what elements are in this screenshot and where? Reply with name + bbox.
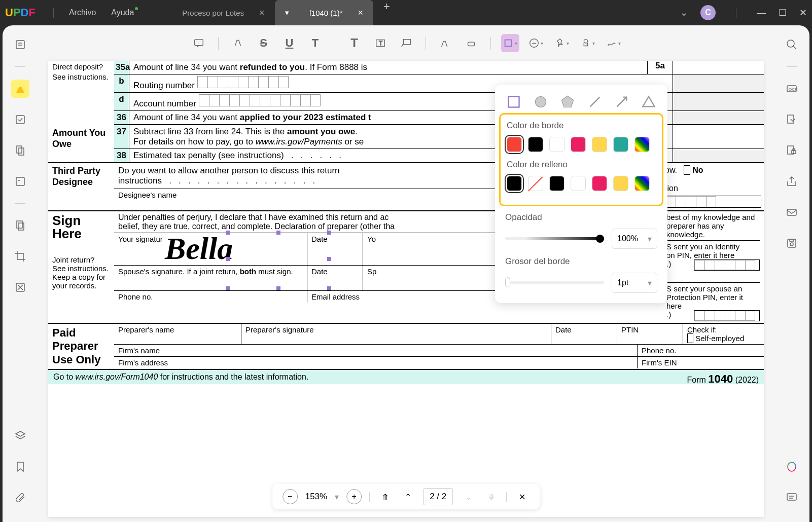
opacity-label: Opacidad <box>505 212 657 222</box>
arrow-shape[interactable] <box>615 95 629 109</box>
crop-icon[interactable] <box>11 247 29 266</box>
pin-icon[interactable]: ▾ <box>553 34 571 52</box>
maximize-button[interactable]: ☐ <box>779 7 787 18</box>
convert-icon[interactable] <box>783 110 801 129</box>
fill-color-label: Color de relleno <box>507 160 656 170</box>
opacity-slider[interactable] <box>505 237 604 240</box>
close-nav-button[interactable]: ✕ <box>514 489 529 504</box>
tab-inactive[interactable]: Proceso por Lotes × <box>172 0 274 25</box>
underline-icon[interactable]: U <box>280 34 299 52</box>
color-swatch[interactable] <box>507 137 522 152</box>
share-icon[interactable] <box>783 172 801 191</box>
menu-ayuda[interactable]: Ayuda <box>111 8 134 17</box>
color-swatch[interactable] <box>613 176 628 191</box>
attach-icon[interactable] <box>11 489 29 507</box>
annotation-toolbar: S U T T T ▾ ▾ ▾ ▾ ▾ <box>104 30 708 56</box>
svg-rect-3 <box>16 116 24 124</box>
svg-rect-15 <box>468 42 474 46</box>
prev-page-button[interactable]: ⌃ <box>400 489 415 504</box>
first-page-button[interactable]: ⤊ <box>377 489 393 504</box>
zoom-out-button[interactable]: − <box>283 489 298 504</box>
signature[interactable]: Bella <box>165 231 233 267</box>
highlight-tool-icon[interactable] <box>11 80 29 98</box>
color-swatch[interactable] <box>507 176 522 191</box>
save-icon[interactable] <box>783 234 801 252</box>
color-swatch[interactable] <box>549 176 564 191</box>
opacity-value[interactable]: 100%▾ <box>612 229 657 249</box>
zoom-value: 153% <box>305 492 327 502</box>
menu-archivo[interactable]: Archivo <box>69 8 96 17</box>
width-value[interactable]: 1pt▾ <box>612 273 657 293</box>
chevron-down-icon[interactable]: ⌄ <box>680 7 688 18</box>
svg-rect-26 <box>787 209 796 215</box>
color-picker[interactable] <box>634 137 650 152</box>
edit-icon[interactable] <box>11 110 29 129</box>
triangle-shape[interactable] <box>642 95 656 109</box>
color-picker[interactable] <box>634 176 650 191</box>
bookmark-icon[interactable] <box>11 458 29 476</box>
color-swatch[interactable] <box>592 137 607 152</box>
strikethrough-icon[interactable]: S <box>255 34 273 52</box>
sidebar-left <box>3 25 38 522</box>
color-swatch[interactable] <box>528 137 543 152</box>
shape-tool-button[interactable]: ▾ <box>501 34 519 52</box>
close-icon[interactable]: × <box>259 8 265 18</box>
stamp-icon[interactable]: ▾ <box>579 34 597 52</box>
comment-icon[interactable] <box>190 34 208 52</box>
rectangle-shape[interactable] <box>507 95 521 109</box>
svg-rect-5 <box>19 148 24 155</box>
color-swatch[interactable] <box>571 176 586 191</box>
title-bar: UPDF Archivo Ayuda Proceso por Lotes × ▾… <box>0 0 812 25</box>
eraser-icon[interactable] <box>462 34 480 52</box>
reader-icon[interactable] <box>11 35 29 54</box>
border-color-label: Color de borde <box>507 121 656 131</box>
color-swatch[interactable] <box>613 137 628 152</box>
circle-shape[interactable] <box>534 95 548 109</box>
signature-icon[interactable]: ▾ <box>605 34 623 52</box>
sidebar-right: OCR <box>774 25 809 522</box>
svg-point-34 <box>535 97 546 107</box>
email-icon[interactable] <box>783 203 801 221</box>
svg-rect-29 <box>790 239 794 241</box>
pages-icon[interactable] <box>11 141 29 160</box>
form-icon[interactable] <box>11 172 29 191</box>
zoom-in-button[interactable]: + <box>346 489 362 504</box>
squiggly-icon[interactable]: T <box>306 34 325 52</box>
copy-icon[interactable] <box>11 216 29 235</box>
pentagon-shape[interactable] <box>560 95 575 109</box>
add-tab-button[interactable]: + <box>383 0 390 25</box>
layers-icon[interactable] <box>11 427 29 445</box>
svg-line-20 <box>793 46 796 49</box>
highlight-icon[interactable] <box>229 34 247 52</box>
close-button[interactable]: ✕ <box>799 7 807 18</box>
last-page-button[interactable]: ⤋ <box>483 489 499 504</box>
ai-icon[interactable] <box>783 458 801 476</box>
next-page-button[interactable]: ⌄ <box>461 489 476 504</box>
color-swatch[interactable] <box>571 137 586 152</box>
chat-icon[interactable] <box>783 489 801 507</box>
callout-icon[interactable] <box>397 34 415 52</box>
shape-properties-panel: Color de borde Color de relleno <box>495 85 667 303</box>
tab-active[interactable]: ▾ f1040 (1)* × <box>275 0 373 25</box>
ocr-icon[interactable]: OCR <box>783 80 801 98</box>
zoom-dropdown[interactable]: ▾ <box>335 492 339 502</box>
redact-icon[interactable] <box>11 278 29 296</box>
search-icon[interactable] <box>783 35 801 54</box>
svg-point-19 <box>787 40 794 47</box>
text-icon[interactable]: T <box>345 34 364 52</box>
color-swatch[interactable] <box>549 137 564 152</box>
sticker-icon[interactable]: ▾ <box>527 34 545 52</box>
svg-line-36 <box>617 97 627 107</box>
protect-icon[interactable] <box>783 141 801 160</box>
svg-rect-16 <box>505 40 512 47</box>
minimize-button[interactable]: — <box>757 8 766 18</box>
color-none[interactable] <box>528 176 543 191</box>
page-input[interactable]: 2 / 2 <box>423 488 453 505</box>
textbox-icon[interactable]: T <box>371 34 390 52</box>
width-slider[interactable] <box>505 281 604 284</box>
close-icon[interactable]: × <box>358 8 364 18</box>
color-swatch[interactable] <box>592 176 607 191</box>
avatar[interactable]: C <box>700 5 716 20</box>
pencil-icon[interactable] <box>436 34 454 52</box>
line-shape[interactable] <box>588 95 602 109</box>
